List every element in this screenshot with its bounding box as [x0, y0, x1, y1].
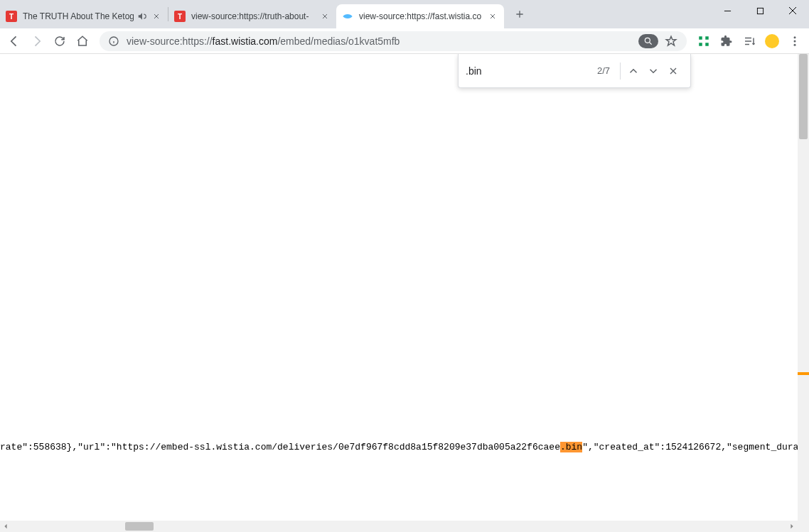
chrome-menu-icon[interactable] — [785, 31, 805, 51]
tab-2[interactable]: T view-source:https://truth-about- — [168, 4, 336, 28]
zoom-indicator-icon[interactable] — [638, 34, 658, 48]
address-bar[interactable]: view-source:https://fast.wistia.com/embe… — [100, 31, 687, 51]
svg-rect-6 — [705, 43, 709, 46]
find-result-count: 2/7 — [597, 65, 610, 76]
svg-point-7 — [794, 36, 796, 38]
page-content: 2/7 rate":558638},"url":"https://embed-s… — [0, 54, 798, 521]
scroll-left-icon[interactable] — [0, 521, 11, 532]
scrollbar-thumb[interactable] — [799, 54, 808, 139]
scrollbar-corner — [798, 521, 809, 532]
separator — [620, 63, 621, 80]
close-icon[interactable] — [487, 11, 498, 22]
find-next-button[interactable] — [643, 61, 663, 81]
scroll-right-icon[interactable] — [786, 521, 798, 532]
svg-point-8 — [794, 40, 796, 42]
find-in-page-bar: 2/7 — [458, 54, 691, 88]
svg-rect-0 — [757, 8, 763, 13]
svg-point-2 — [645, 38, 650, 43]
horizontal-scrollbar[interactable] — [0, 521, 798, 532]
tab-title: The TRUTH About The Ketog — [23, 11, 134, 21]
tab-1[interactable]: T The TRUTH About The Ketog — [0, 4, 168, 28]
tab-title: view-source:https://fast.wistia.co — [359, 11, 484, 21]
svg-rect-5 — [699, 43, 702, 46]
reading-list-icon[interactable] — [739, 31, 759, 51]
home-button[interactable] — [73, 31, 92, 51]
scrollbar-track[interactable] — [11, 521, 786, 532]
site-info-icon[interactable] — [108, 36, 119, 47]
browser-tab-strip: T The TRUTH About The Ketog T view-sourc… — [0, 0, 809, 28]
source-code-line[interactable]: rate":558638},"url":"https://embed-ssl.w… — [0, 442, 798, 452]
scrollbar-thumb[interactable] — [125, 522, 154, 531]
svg-point-9 — [794, 43, 796, 45]
close-icon[interactable] — [151, 11, 162, 22]
close-icon[interactable] — [319, 11, 331, 22]
maximize-button[interactable] — [744, 0, 776, 21]
back-button[interactable] — [4, 31, 24, 51]
url-text: view-source:https://fast.wistia.com/embe… — [127, 36, 638, 47]
minimize-button[interactable] — [711, 0, 744, 21]
forward-button[interactable] — [27, 31, 47, 51]
browser-toolbar: view-source:https://fast.wistia.com/embe… — [0, 28, 809, 54]
bookmark-star-icon[interactable] — [664, 34, 678, 48]
extension-yellow-icon[interactable] — [762, 31, 782, 51]
find-previous-button[interactable] — [623, 61, 643, 81]
favicon-t-icon: T — [6, 11, 17, 22]
extension-grid-icon[interactable] — [694, 31, 714, 51]
find-close-button[interactable] — [663, 61, 683, 81]
audio-icon[interactable] — [136, 11, 148, 22]
window-close-button[interactable] — [776, 0, 809, 21]
vertical-scrollbar[interactable] — [798, 54, 809, 521]
find-scrollbar-marker — [798, 372, 809, 375]
svg-rect-3 — [699, 36, 702, 40]
reload-button[interactable] — [50, 31, 70, 51]
extensions-icon[interactable] — [717, 31, 736, 51]
favicon-wistia-icon — [342, 11, 353, 22]
find-input[interactable] — [466, 65, 590, 77]
tab-title: view-source:https://truth-about- — [191, 11, 316, 21]
find-highlight: .bin — [560, 442, 582, 452]
new-tab-button[interactable] — [510, 4, 530, 24]
favicon-t-icon: T — [174, 11, 186, 22]
window-controls — [711, 0, 809, 21]
svg-rect-4 — [705, 36, 709, 40]
tab-3-active[interactable]: view-source:https://fast.wistia.co — [336, 4, 504, 28]
